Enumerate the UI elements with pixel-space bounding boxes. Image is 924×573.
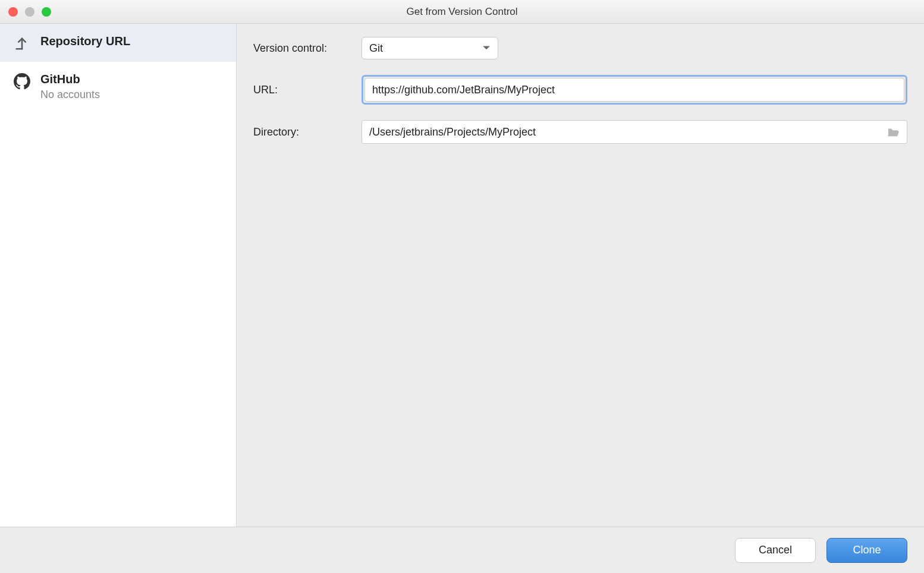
browse-folder-button[interactable] — [881, 127, 907, 137]
sidebar-item-text: Repository URL — [40, 34, 130, 48]
sidebar-item-sub: No accounts — [40, 89, 100, 101]
maximize-window-button[interactable] — [42, 7, 51, 17]
sidebar-item-label: Repository URL — [40, 34, 130, 48]
vcs-label: Version control: — [253, 42, 362, 55]
vcs-select-value: Git — [369, 42, 383, 55]
sidebar-item-label: GitHub — [40, 73, 100, 86]
repo-url-icon — [13, 34, 31, 52]
dialog-content: Repository URL GitHub No accounts Versio… — [0, 24, 924, 527]
clone-button[interactable]: Clone — [826, 538, 907, 563]
window-controls — [0, 7, 51, 17]
main-panel: Version control: Git URL: Directory: — [237, 24, 924, 527]
sidebar-item-repository-url[interactable]: Repository URL — [0, 24, 236, 62]
minimize-window-button[interactable] — [25, 7, 34, 17]
titlebar: Get from Version Control — [0, 0, 924, 24]
vcs-row: Version control: Git — [253, 37, 907, 59]
github-icon — [13, 73, 31, 90]
folder-open-icon — [887, 127, 900, 137]
url-focus-ring — [362, 75, 907, 105]
directory-row: Directory: — [253, 120, 907, 144]
sidebar: Repository URL GitHub No accounts — [0, 24, 237, 527]
directory-label: Directory: — [253, 126, 362, 138]
sidebar-item-github[interactable]: GitHub No accounts — [0, 62, 236, 111]
chevron-down-icon — [482, 43, 491, 53]
url-row: URL: — [253, 75, 907, 105]
sidebar-item-text: GitHub No accounts — [40, 73, 100, 101]
directory-field-wrap — [362, 120, 907, 144]
vcs-select[interactable]: Git — [362, 37, 498, 59]
cancel-button[interactable]: Cancel — [735, 538, 816, 563]
directory-input[interactable] — [362, 121, 881, 143]
window-title: Get from Version Control — [406, 6, 517, 18]
url-label: URL: — [253, 84, 362, 96]
dialog-footer: Cancel Clone — [0, 527, 924, 573]
close-window-button[interactable] — [8, 7, 18, 17]
url-input[interactable] — [364, 78, 904, 102]
